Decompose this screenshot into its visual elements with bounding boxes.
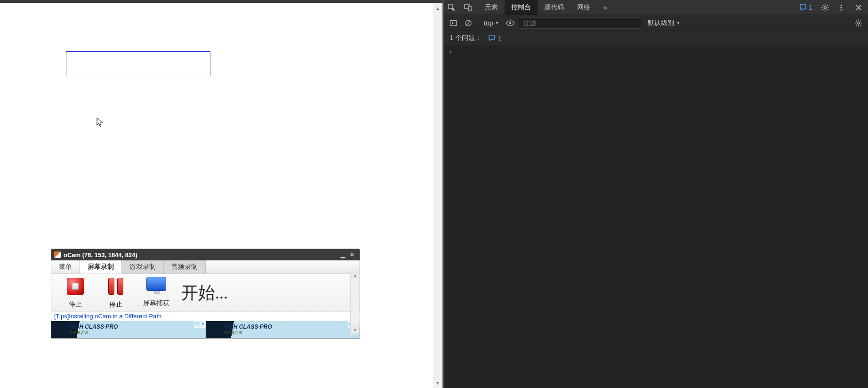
pause-icon bbox=[106, 277, 125, 296]
scroll-up-icon[interactable]: ▴ bbox=[433, 3, 442, 13]
devtools-close-icon[interactable] bbox=[849, 4, 868, 11]
ad-brand-text: HIGH CLASS·PRO 你的魅之源 bbox=[224, 323, 272, 335]
ocam-ads-row: ⓘ ✕ HIGH CLASS·PRO 你的魅之源 ⓘ ✕ bbox=[51, 321, 360, 338]
svg-point-22 bbox=[509, 22, 512, 24]
ocam-stop-label: 停止 bbox=[69, 300, 82, 309]
page-scrollbar[interactable]: ▴ ▾ bbox=[433, 3, 442, 388]
device-toggle-icon[interactable] bbox=[460, 0, 476, 15]
ocam-minimize-button[interactable]: ▁ bbox=[338, 251, 347, 259]
console-settings-icon[interactable] bbox=[852, 17, 865, 29]
scroll-down-icon[interactable]: ▾ bbox=[351, 325, 359, 334]
issues-bar: 1 个问题： 1 bbox=[444, 31, 868, 45]
svg-point-12 bbox=[840, 4, 842, 6]
issues-badge[interactable]: 1 bbox=[795, 4, 817, 11]
ocam-tab-screen[interactable]: 屏幕录制 bbox=[80, 260, 122, 274]
tab-console[interactable]: 控制台 bbox=[505, 0, 538, 15]
scroll-down-icon[interactable]: ▾ bbox=[433, 378, 442, 388]
svg-rect-2 bbox=[468, 6, 471, 11]
scroll-up-icon[interactable]: ▴ bbox=[351, 271, 359, 279]
ocam-tab-game[interactable]: 游戏录制 bbox=[122, 260, 164, 274]
ocam-pause-button[interactable]: 停止 bbox=[96, 277, 136, 309]
svg-point-3 bbox=[824, 6, 826, 8]
inspect-element-icon[interactable] bbox=[444, 0, 460, 15]
ocam-stop-button[interactable]: 停止 bbox=[55, 277, 96, 309]
log-level-label: 默认级别 bbox=[648, 19, 674, 27]
page-viewport-wrapper: oCam (76, 153, 1844, 824) ▁ ✕ 菜单 屏幕录制 游戏… bbox=[0, 0, 442, 388]
page-viewport[interactable]: oCam (76, 153, 1844, 824) ▁ ✕ 菜单 屏幕录制 游戏… bbox=[0, 3, 433, 388]
svg-point-23 bbox=[858, 22, 860, 24]
message-icon bbox=[799, 4, 807, 11]
chevron-down-icon: ▼ bbox=[676, 21, 680, 25]
ocam-body: 菜单 屏幕录制 游戏录制 音频录制 停止 停止 bbox=[51, 260, 360, 338]
console-prompt-icon: › bbox=[449, 48, 452, 56]
live-expression-icon[interactable] bbox=[504, 17, 517, 29]
ocam-titlebar[interactable]: oCam (76, 153, 1844, 824) ▁ ✕ bbox=[51, 249, 360, 260]
message-icon bbox=[488, 34, 495, 41]
devtools-tab-row: 元素 控制台 源代码 网络 » 1 bbox=[444, 0, 868, 15]
console-filter-wrap bbox=[519, 17, 642, 29]
tab-elements[interactable]: 元素 bbox=[478, 0, 505, 15]
ad-brand-text: HIGH CLASS·PRO 你的魅之源 bbox=[69, 323, 118, 335]
svg-line-30 bbox=[856, 24, 857, 25]
chevron-down-icon: ▼ bbox=[495, 21, 499, 25]
svg-point-14 bbox=[840, 9, 842, 10]
ocam-tab-menu[interactable]: 菜单 bbox=[51, 260, 80, 274]
svg-point-13 bbox=[840, 7, 842, 8]
svg-marker-18 bbox=[452, 22, 454, 24]
log-level-selector[interactable]: 默认级别 ▼ bbox=[644, 19, 684, 27]
console-filter-input[interactable] bbox=[519, 17, 642, 29]
devtools-settings-icon[interactable] bbox=[817, 3, 833, 12]
tab-sources[interactable]: 源代码 bbox=[538, 0, 571, 15]
ocam-status-text: 开始... bbox=[181, 282, 228, 305]
svg-line-31 bbox=[860, 20, 861, 21]
record-stop-icon bbox=[66, 277, 85, 296]
ocam-ad-1[interactable]: ⓘ ✕ HIGH CLASS·PRO 你的魅之源 bbox=[51, 321, 206, 338]
ad-close-icon[interactable]: ⓘ ✕ bbox=[194, 321, 206, 328]
ocam-close-button[interactable]: ✕ bbox=[347, 251, 357, 259]
svg-line-8 bbox=[823, 5, 824, 6]
ocam-tab-row: 菜单 屏幕录制 游戏录制 音频录制 bbox=[51, 260, 360, 274]
issues-label: 1 个问题： bbox=[450, 34, 482, 42]
issues-count-link[interactable]: 1 bbox=[488, 34, 502, 42]
console-body[interactable]: › bbox=[444, 45, 868, 388]
tab-more[interactable]: » bbox=[597, 0, 614, 15]
monitor-icon bbox=[146, 277, 166, 291]
console-sidebar-toggle-icon[interactable] bbox=[447, 17, 460, 29]
svg-line-9 bbox=[827, 9, 828, 10]
tab-network[interactable]: 网络 bbox=[571, 0, 597, 15]
console-toolbar: top ▼ 默认级别 ▼ bbox=[444, 15, 868, 31]
page-empty-box[interactable] bbox=[66, 51, 210, 76]
context-selector[interactable]: top ▼ bbox=[481, 19, 502, 27]
clear-console-icon[interactable] bbox=[462, 17, 475, 29]
ocam-tab-audio[interactable]: 音频录制 bbox=[164, 260, 206, 274]
issues-badge-count: 1 bbox=[809, 4, 812, 11]
mouse-cursor-icon bbox=[96, 117, 104, 128]
ocam-tips-link[interactable]: [Tips]Installing oCam in a Different Pat… bbox=[51, 311, 360, 321]
ocam-pause-label: 停止 bbox=[109, 300, 122, 309]
issues-count-text: 1 bbox=[498, 34, 502, 42]
svg-line-11 bbox=[827, 5, 828, 6]
ocam-capture-button[interactable]: 屏幕捕获 bbox=[136, 277, 177, 307]
ocam-title-text: oCam (76, 153, 1844, 824) bbox=[64, 251, 137, 259]
svg-line-20 bbox=[466, 21, 470, 25]
ocam-toolbar: 停止 停止 屏幕捕获 开始... bbox=[51, 274, 360, 311]
svg-line-28 bbox=[856, 20, 857, 21]
svg-line-29 bbox=[860, 24, 861, 25]
devtools-menu-icon[interactable] bbox=[833, 3, 849, 12]
devtools-panel: 元素 控制台 源代码 网络 » 1 bbox=[442, 0, 868, 388]
ocam-scrollbar[interactable]: ▴ ▾ bbox=[350, 271, 359, 334]
ocam-ad-2[interactable]: ⓘ ✕ HIGH CLASS·PRO 你的魅之源 bbox=[206, 321, 360, 338]
ocam-logo-icon bbox=[54, 251, 61, 258]
ocam-window[interactable]: oCam (76, 153, 1844, 824) ▁ ✕ 菜单 屏幕录制 游戏… bbox=[51, 249, 360, 339]
ocam-capture-label: 屏幕捕获 bbox=[143, 299, 169, 307]
context-label: top bbox=[484, 19, 493, 27]
svg-line-10 bbox=[823, 9, 824, 10]
